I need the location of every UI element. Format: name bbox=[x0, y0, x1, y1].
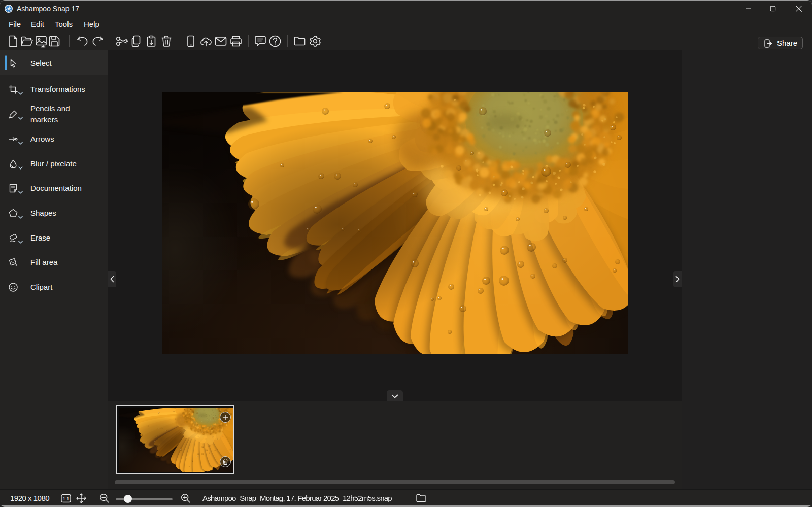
svg-text:1:1: 1:1 bbox=[63, 496, 70, 501]
